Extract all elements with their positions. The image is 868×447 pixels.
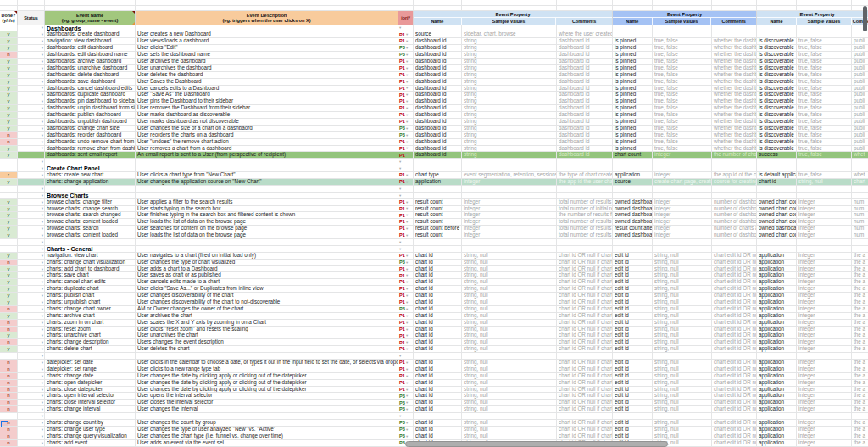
cell-prop-sample-values[interactable]: string, null [653,299,712,305]
cell-prop-name[interactable]: chart id [414,299,462,305]
cell-done[interactable]: y [0,119,18,125]
dropdown-icon[interactable]: ▾ [42,300,43,305]
cell-event-description[interactable] [136,159,398,165]
cell-priority[interactable]: ▾ [398,246,414,252]
cell-status[interactable]: ▾ [18,165,45,171]
dropdown-icon[interactable]: ▾ [42,321,43,325]
cell-status[interactable]: ▾ [18,332,45,338]
cell-event-name[interactable]: dashboards: duplicate dashboard [45,92,136,98]
cell-prop-comments[interactable]: the a [852,406,868,412]
cell-prop-sample-values[interactable]: string, null [653,253,712,259]
cell-prop-name[interactable]: chart id [414,266,462,272]
cell-prop-comments[interactable]: the a [852,440,868,446]
chevron-down-icon[interactable]: ▾ [409,15,410,20]
cell-prop-comments[interactable]: chart edit id OR null i [712,279,757,285]
cell-prop-name[interactable]: is pinned [613,92,653,98]
cell-prop-sample-values[interactable] [653,353,712,359]
cell-priority[interactable]: P1▾ [398,59,414,64]
dropdown-icon[interactable]: ▾ [42,73,43,77]
dropdown-icon[interactable]: ▾ [406,327,408,332]
cell-prop-name[interactable]: owned dashboard c [613,206,653,212]
cell-prop-comments[interactable]: chart id OR null if chart is u [557,272,613,278]
cell-prop-comments[interactable]: dashboard id [557,112,613,118]
cell-prop-comments[interactable]: the app id of the cha [712,172,757,178]
cell-event-description[interactable]: User adds a chart to a Dashboard [136,266,398,272]
cell-prop-name[interactable]: is pinned [613,38,653,44]
cell-event-name[interactable]: charts: duplicate chart [45,286,136,292]
cell-prop-comments[interactable]: publi [852,119,868,125]
dropdown-icon[interactable]: ▾ [42,146,43,150]
dropdown-icon[interactable]: ▾ [42,66,43,70]
cell-prop-sample-values[interactable]: string, null [653,313,712,319]
cell-prop-comments[interactable]: num [852,206,868,212]
cell-prop-comments[interactable] [557,239,613,245]
cell-prop-name[interactable]: dashboard id [414,45,462,51]
cell-priority[interactable]: P3▾ [398,393,414,399]
dropdown-icon[interactable]: ▾ [42,46,43,50]
cell-status[interactable]: ▾ [18,132,45,138]
cell-prop-sample-values[interactable]: integer [797,406,852,412]
cell-prop-comments[interactable]: chart edit id OR null i [712,420,757,426]
cell-prop-sample-values[interactable] [653,246,712,252]
cell-prop-comments[interactable]: the a [852,360,868,366]
cell-prop-comments[interactable]: whether the dashboa [712,139,757,145]
cell-event-name[interactable]: dashboards: archive dashboard [45,59,136,64]
empty-cell[interactable] [557,6,613,11]
cell-prop-name[interactable] [414,186,462,192]
cell-prop-name[interactable]: chart id [414,332,462,338]
selected-cell[interactable] [1,421,8,427]
cell-prop-sample-values[interactable]: string, null [653,427,712,433]
cell-prop-name[interactable] [414,239,462,245]
empty-cell[interactable] [613,0,653,5]
cell-prop-name[interactable]: dashboard id [414,126,462,131]
dropdown-icon[interactable]: ▾ [406,287,408,291]
cell-prop-name[interactable]: owned chart count [757,232,797,238]
cell-prop-sample-values[interactable]: integer [797,339,852,345]
cell-prop-name[interactable]: application [757,286,797,292]
cell-prop-name[interactable]: application [757,400,797,405]
cell-prop-name[interactable] [613,25,653,31]
cell-prop-sample-values[interactable]: integer [797,332,852,338]
dropdown-icon[interactable]: ▾ [42,120,43,124]
cell-prop-sample-values[interactable]: string, null [462,380,557,386]
cell-done[interactable]: y [0,206,18,212]
cell-prop-name[interactable]: result count before [414,226,462,232]
cell-event-description[interactable]: User clicks to a new range type tab [136,366,398,372]
cell-event-name[interactable]: charts: change query visualization [45,433,136,439]
cell-prop-sample-values[interactable]: string, null [653,387,712,393]
dropdown-icon[interactable]: ▾ [406,280,408,284]
cell-prop-sample-values[interactable]: integer [797,427,852,433]
cell-status[interactable]: ▾ [18,159,45,165]
dropdown-icon[interactable]: ▾ [406,333,408,338]
cell-prop-name[interactable]: edit id [613,272,653,278]
cell-priority[interactable]: P1▾ [398,232,414,238]
cell-prop-comments[interactable] [712,246,757,252]
dropdown-icon[interactable]: ▾ [42,80,43,84]
cell-prop-sample-values[interactable]: string [462,52,557,58]
cell-priority[interactable]: P3▾ [398,400,414,405]
cell-prop-name[interactable]: owned dashboard c [613,212,653,218]
cell-event-description[interactable]: User changes the count by group [136,420,398,426]
dropdown-icon[interactable]: ▾ [42,400,43,405]
cell-done[interactable] [0,353,18,359]
cell-prop-name[interactable] [613,353,653,359]
cell-event-name[interactable]: dashboards: reorder dashboard [45,132,136,138]
cell-event-name[interactable]: browse charts: content loaded [45,232,136,238]
cell-status[interactable]: ▾ [18,266,45,272]
cell-prop-comments[interactable] [557,193,613,198]
cell-done[interactable]: n [0,433,18,439]
dropdown-icon[interactable]: ▾ [406,99,408,103]
cell-prop-comments[interactable] [852,353,868,359]
cell-prop-name[interactable] [613,413,653,419]
cell-status[interactable]: ▾ [18,380,45,386]
cell-prop-comments[interactable]: the type of chart created b [557,172,613,178]
dropdown-icon[interactable]: ▾ [42,427,43,432]
cell-done[interactable] [0,413,18,419]
cell-prop-sample-values[interactable]: string [462,132,557,138]
cell-prop-comments[interactable]: chart edit id OR null i [712,313,757,319]
cell-prop-sample-values[interactable]: string, null [653,393,712,399]
dropdown-icon[interactable]: ▾ [42,213,43,217]
cell-prop-sample-values[interactable]: string, null [653,373,712,379]
cell-prop-name[interactable]: chart id [414,272,462,278]
cell-event-description[interactable]: Users changes the event description [136,339,398,345]
